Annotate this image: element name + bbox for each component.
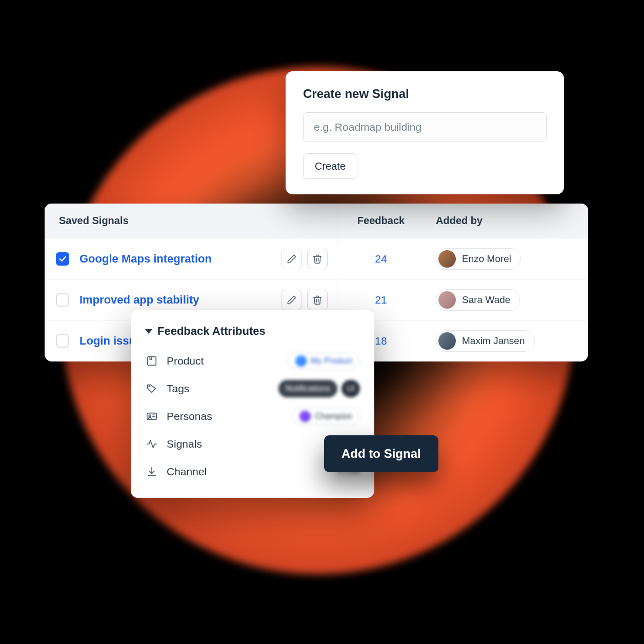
pencil-icon (287, 295, 297, 305)
trash-icon (312, 295, 323, 305)
trash-icon (312, 254, 323, 264)
header-feedback: Feedback (337, 215, 425, 227)
download-icon (145, 466, 158, 477)
header-added-by: Added by (425, 215, 588, 227)
product-icon (145, 355, 158, 367)
user-name: Maxim Jansen (462, 335, 525, 347)
attribute-tags[interactable]: Tags Notifications UI (145, 375, 360, 402)
attribute-product[interactable]: Product My Product (145, 347, 360, 375)
popover-title: Feedback Attributes (157, 325, 266, 338)
attribute-label: Product (167, 355, 204, 367)
user-chip[interactable]: Enzo Morel (436, 248, 521, 270)
create-signal-card: Create new Signal Create (286, 71, 564, 194)
avatar (438, 332, 456, 350)
user-name: Enzo Morel (462, 253, 511, 265)
user-chip[interactable]: Sara Wade (436, 289, 520, 311)
activity-icon (145, 438, 158, 450)
persona-pill[interactable]: Champion (292, 408, 360, 425)
persona-icon (145, 411, 158, 422)
row-checkbox[interactable] (56, 334, 69, 348)
table-header: Saved Signals Feedback Added by (45, 204, 588, 238)
tag-pill[interactable]: UI (341, 380, 360, 397)
tag-pill[interactable]: Notifications (278, 380, 337, 397)
svg-point-1 (149, 386, 150, 387)
feedback-count[interactable]: 21 (337, 294, 425, 306)
feedback-count[interactable]: 24 (337, 253, 425, 265)
product-pill[interactable]: My Product (288, 352, 360, 370)
pencil-icon (287, 254, 297, 264)
delete-button[interactable] (307, 290, 328, 310)
signal-name-input[interactable] (303, 112, 547, 142)
create-button[interactable]: Create (303, 153, 357, 179)
attribute-label: Personas (167, 410, 212, 422)
attribute-label: Channel (167, 466, 207, 478)
header-saved-signals: Saved Signals (45, 215, 337, 227)
popover-header[interactable]: Feedback Attributes (145, 325, 360, 338)
caret-down-icon (145, 329, 152, 334)
add-to-signal-button[interactable]: Add to Signal (324, 435, 438, 472)
table-row: Google Maps integration 24 Enzo Morel (45, 238, 588, 279)
edit-button[interactable] (281, 249, 302, 269)
row-checkbox[interactable] (56, 252, 69, 266)
attribute-personas[interactable]: Personas Champion (145, 402, 360, 430)
user-name: Sara Wade (462, 294, 510, 306)
user-chip[interactable]: Maxim Jansen (436, 330, 535, 352)
delete-button[interactable] (307, 249, 328, 269)
attribute-label: Signals (167, 438, 202, 450)
svg-point-3 (149, 415, 151, 417)
signal-title[interactable]: Google Maps integration (79, 252, 212, 266)
avatar (438, 291, 456, 309)
avatar (438, 250, 456, 268)
signal-title[interactable]: Login issu (79, 334, 136, 348)
signal-title[interactable]: Improved app stability (79, 293, 199, 307)
create-signal-title: Create new Signal (303, 87, 547, 101)
tag-icon (145, 383, 158, 394)
attribute-label: Tags (167, 383, 189, 395)
edit-button[interactable] (281, 290, 302, 310)
row-checkbox[interactable] (56, 293, 69, 307)
